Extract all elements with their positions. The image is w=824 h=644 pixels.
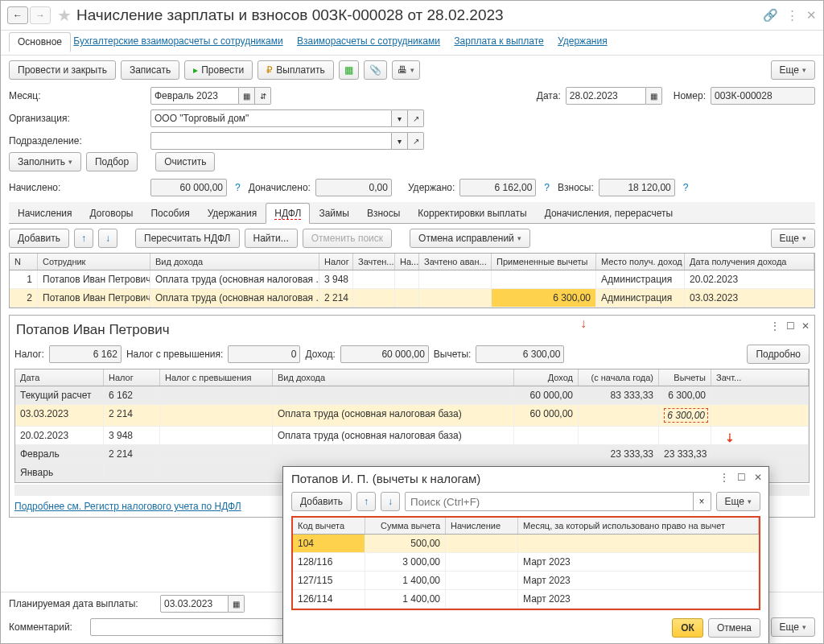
popup-close-icon[interactable]: ✕ [754,472,762,483]
clear-button[interactable]: Очистить [155,152,215,171]
paydate-input[interactable]: 03.03.2023 [160,595,229,613]
org-input[interactable]: ООО "Торговый дом" [150,109,392,127]
detail-max-icon[interactable]: ☐ [786,320,795,332]
tab-corrections[interactable]: Корректировки выплаты [409,203,535,224]
contrib-help[interactable]: ? [683,182,689,193]
nav-link-3[interactable]: Удержания [558,35,608,47]
tab-accruals[interactable]: Начисления [9,203,81,224]
tab-recalc[interactable]: Доначисления, перерасчеты [536,203,682,224]
col-off[interactable]: Зачтен... [353,254,395,270]
col-kind[interactable]: Вид дохода [150,254,319,270]
paydate-cal-icon[interactable]: ▦ [229,595,245,613]
post-button[interactable]: ▸Провести [184,60,253,80]
pcol-month[interactable]: Месяц, за который использовано право на … [518,518,759,534]
popup-cancel-button[interactable]: Отмена [708,618,760,638]
cancel-search-button[interactable]: Отменить поиск [303,229,392,248]
nav-link-2[interactable]: Зарплата к выплате [454,35,543,47]
fill-button[interactable]: Заполнить [9,152,81,171]
recalc-ndfl-button[interactable]: Пересчитать НДФЛ [135,229,239,248]
post-and-close-button[interactable]: Провести и закрыть [9,60,116,80]
tab-benefits[interactable]: Пособия [142,203,198,224]
link-icon[interactable]: 🔗 [763,8,778,23]
month-stepper[interactable]: ⇵ [255,87,271,105]
close-icon[interactable]: ✕ [806,8,817,23]
col-adv[interactable]: Зачтено аван... [419,254,492,270]
pcol-sum[interactable]: Сумма вычета [365,518,446,534]
nav-link-0[interactable]: Бухгалтерские взаиморасчеты с сотрудника… [73,35,282,47]
col-na[interactable]: На... [395,254,419,270]
popup-row[interactable]: 126/114 1 400,00 Март 2023 [293,590,759,609]
dcol-ded[interactable]: Вычеты [659,369,711,386]
withheld-help[interactable]: ? [544,182,550,193]
tab-ndfl[interactable]: НДФЛ [266,203,310,224]
move-down-button[interactable]: ↓ [98,229,117,248]
dcol-date[interactable]: Дата [15,369,104,386]
dcol-off[interactable]: Зачт... [711,369,809,386]
col-tax[interactable]: Налог [319,254,353,270]
dcol-ytd[interactable]: (с начала года) [579,369,659,386]
more-button[interactable]: Еще [771,60,815,80]
pick-button[interactable]: Подбор [86,152,138,171]
detail-row[interactable]: 20.02.2023 3 948 Оплата труда (основная … [15,427,809,445]
col-date[interactable]: Дата получения дохода [685,254,814,270]
tab-contributions[interactable]: Взносы [358,203,409,224]
org-open-icon[interactable]: ↗ [408,109,424,127]
find-button[interactable]: Найти... [245,229,298,248]
dept-open-icon[interactable]: ↗ [408,132,424,150]
date-calendar-icon[interactable]: ▦ [646,87,662,105]
nav-main[interactable]: Основное [9,32,71,52]
popup-down-button[interactable]: ↓ [381,492,400,511]
detail-row[interactable]: Текущий расчет 6 162 60 000,00 83 333,33… [15,386,809,405]
add-row-button[interactable]: Добавить [9,229,69,248]
tab-loans[interactable]: Займы [310,203,358,224]
popup-up-button[interactable]: ↑ [356,492,376,511]
back-button[interactable]: ← [7,6,28,24]
report-button[interactable]: ▦ [339,60,359,80]
pcol-acc[interactable]: Начисление [446,518,518,534]
col-n[interactable]: N [10,254,38,270]
table-row[interactable]: 1 Потапов Иван Петрович Оплата труда (ос… [10,270,814,289]
move-up-button[interactable]: ↑ [74,229,93,248]
detail-row[interactable]: 03.03.2023 2 214 Оплата труда (основная … [15,405,809,427]
detail-more-button[interactable]: Подробно [747,345,810,364]
cancel-fix-button[interactable]: Отмена исправлений [410,229,530,248]
dcol-inc[interactable]: Доход [514,369,579,386]
detail-kebab-icon[interactable]: ⋮ [770,320,780,332]
popup-kebab-icon[interactable]: ⋮ [719,472,729,483]
popup-add-button[interactable]: Добавить [291,492,352,511]
attach-button[interactable]: 📎 [364,60,387,80]
forward-button[interactable]: → [30,6,51,24]
popup-search-input[interactable] [405,492,694,511]
accrued-help[interactable]: ? [235,182,241,193]
popup-max-icon[interactable]: ☐ [737,472,746,483]
tab-contracts[interactable]: Договоры [81,203,142,224]
nav-link-1[interactable]: Взаиморасчеты с сотрудниками [297,35,440,47]
dept-dropdown-icon[interactable]: ▾ [392,132,408,150]
detail-close-icon[interactable]: ✕ [801,320,810,332]
write-button[interactable]: Записать [121,60,179,80]
dcol-kind[interactable]: Вид дохода [273,369,514,386]
dcol-over[interactable]: Налог с превышения [160,369,273,386]
pcol-code[interactable]: Код вычета [293,518,365,534]
table-row[interactable]: 2 Потапов Иван Петрович Оплата труда (ос… [10,289,814,308]
org-dropdown-icon[interactable]: ▾ [392,109,408,127]
col-place[interactable]: Место получ. доход [596,254,685,270]
bottom-more-button[interactable]: Еще [771,617,815,637]
favorite-icon[interactable]: ★ [57,6,72,25]
popup-ok-button[interactable]: ОК [672,618,703,638]
detail-registry-link[interactable]: Подробнее см. Регистр налогового учета п… [14,501,241,512]
dept-input[interactable] [150,132,392,150]
month-calendar-icon[interactable]: ▦ [239,87,255,105]
pay-button[interactable]: ₽Выплатить [258,60,334,80]
popup-search-clear[interactable]: × [694,492,711,511]
col-emp[interactable]: Сотрудник [38,254,150,270]
date-input[interactable]: 28.02.2023 [566,87,646,105]
dcol-tax[interactable]: Налог [104,369,160,386]
tab-withhold[interactable]: Удержания [199,203,266,224]
popup-more-button[interactable]: Еще [716,492,760,511]
month-input[interactable]: Февраль 2023 [150,87,239,105]
kebab-icon[interactable]: ⋮ [786,8,798,23]
grid-more-button[interactable]: Еще [771,229,815,248]
col-ded[interactable]: Примененные вычеты [492,254,596,270]
popup-row[interactable]: 104 500,00 [293,535,759,553]
